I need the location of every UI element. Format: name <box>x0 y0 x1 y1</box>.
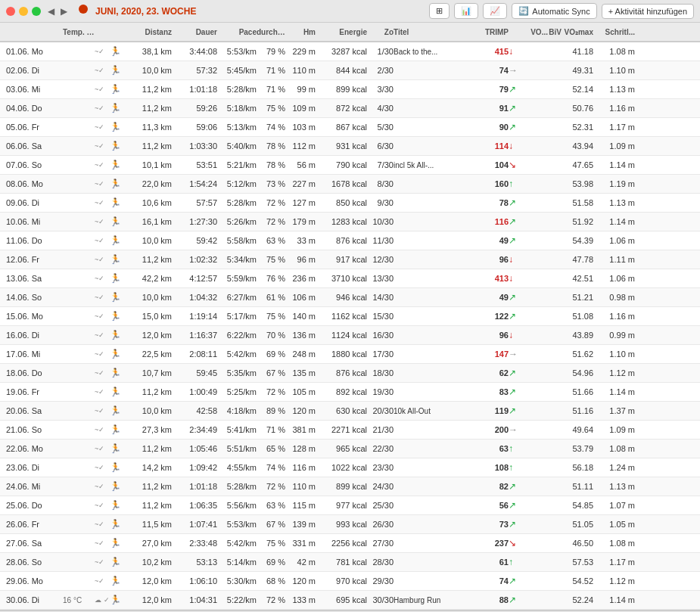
table-row[interactable]: 03.06. Mi ~✓ 🏃 11,2 km 1:01:18 5:28/km 7… <box>0 80 700 99</box>
col-titel[interactable]: Titel <box>394 28 477 36</box>
table-row[interactable]: 14.06. So ~✓ 🏃 10,0 km 1:04:32 6:27/km 6… <box>0 288 700 307</box>
table-row[interactable]: 24.06. Mi ~✓ 🏃 11,2 km 1:01:18 5:28/km 7… <box>0 477 700 496</box>
cell-durch: 67 % <box>257 520 285 529</box>
table-row[interactable]: 15.06. Mo ~✓ 🏃 15,0 km 1:19:14 5:17/km 7… <box>0 307 700 326</box>
maximize-button[interactable] <box>32 7 41 16</box>
cell-pace: 5:21/km <box>217 160 257 169</box>
col-pace[interactable]: Pace <box>217 28 257 36</box>
col-trimp[interactable]: TRIMP <box>477 28 509 36</box>
table-row[interactable]: 18.06. Do ~✓ 🏃 10,7 km 59:45 5:35/km 67 … <box>0 364 700 383</box>
table-row[interactable]: 16.06. Di ~✓ 🏃 12,0 km 1:16:37 6:22/km 7… <box>0 326 700 345</box>
cell-dauer: 1:03:30 <box>172 141 217 151</box>
table-row[interactable]: 27.06. Sa ~✓ 🏃 27,0 km 2:33:48 5:42/km 7… <box>0 534 700 553</box>
col-biv[interactable]: BiV <box>548 28 562 36</box>
table-row[interactable]: 28.06. So ~✓ 🏃 10,2 km 53:13 5:14/km 69 … <box>0 553 700 572</box>
cell-schritt: 1.16 m <box>593 312 635 321</box>
table-row[interactable]: 20.06. Sa ~✓ 🏃 10,0 km 42:58 4:18/km 89 … <box>0 402 700 421</box>
cell-zo: 18/30 <box>367 368 394 377</box>
cell-trimp: 122 <box>477 312 509 321</box>
minimize-button[interactable] <box>19 7 28 16</box>
window-controls[interactable] <box>6 7 41 16</box>
cell-schritt: 1.14 m <box>593 595 635 604</box>
cell-energie: 3710 kcal <box>316 274 367 283</box>
table-row[interactable]: 06.06. Sa ~✓ 🏃 11,2 km 1:03:30 5:40/km 7… <box>0 137 700 156</box>
cell-pace: 5:56/km <box>217 501 257 510</box>
table-row[interactable]: 26.06. Fr ~✓ 🏃 11,5 km 1:07:41 5:53/km 6… <box>0 515 700 534</box>
table-row[interactable]: 29.06. Mo ~✓ 🏃 12,0 km 1:06:10 5:30/km 6… <box>0 572 700 591</box>
table-row[interactable]: 04.06. Do ~✓ 🏃 11,2 km 59:26 5:18/km 75 … <box>0 99 700 118</box>
col-vo2max[interactable]: VO₂max <box>562 28 593 36</box>
cell-vo2max: 43.89 <box>562 331 593 340</box>
view-toggle-1[interactable]: ⊞ <box>429 3 450 19</box>
cell-durch: 71 % <box>257 85 285 94</box>
cell-type: ~✓ <box>95 520 110 528</box>
cell-dauer: 1:04:31 <box>172 595 217 604</box>
col-schritt[interactable]: Schritl... <box>593 28 635 36</box>
cell-trimp: 83 <box>477 387 509 396</box>
table-row[interactable]: 07.06. So ~✓ 🏃 10,1 km 53:51 5:21/km 78 … <box>0 156 700 175</box>
cell-sport: 🏃 <box>110 405 126 416</box>
table-row[interactable]: 23.06. Di ~✓ 🏃 14,2 km 1:09:42 4:55/km 7… <box>0 458 700 477</box>
cell-zo: 10/30 <box>367 217 394 226</box>
col-hm[interactable]: Hm <box>285 28 316 36</box>
col-vo[interactable]: VO... <box>519 28 548 36</box>
cell-energie: 1022 kcal <box>316 463 367 472</box>
cell-arrow: ↗ <box>509 216 519 227</box>
view-toggle-2[interactable]: 📊 <box>454 3 478 19</box>
table-row[interactable]: 10.06. Mi ~✓ 🏃 16,1 km 1:27:30 5:26/km 7… <box>0 213 700 231</box>
col-dauer[interactable]: Dauer <box>172 28 217 36</box>
close-button[interactable] <box>6 7 15 16</box>
cell-schritt: 1.16 m <box>593 104 635 113</box>
cell-durch: 71 % <box>257 66 285 75</box>
cell-arrow: ↗ <box>509 235 519 246</box>
col-dist[interactable]: Distanz <box>126 28 172 36</box>
cell-dist: 11,2 km <box>126 444 172 453</box>
table-row[interactable]: 19.06. Fr ~✓ 🏃 11,2 km 1:00:49 5:25/km 7… <box>0 383 700 402</box>
view-toggle-3[interactable]: 📈 <box>483 3 507 19</box>
cell-vo2max: 41.18 <box>562 47 593 56</box>
cell-schritt: 1.08 m <box>593 47 635 56</box>
navigation-arrows[interactable]: ◀ ▶ <box>45 5 88 18</box>
table-row[interactable]: 11.06. Do ~✓ 🏃 10,0 km 59:42 5:58/km 63 … <box>0 231 700 250</box>
table-row[interactable]: 25.06. Do ~✓ 🏃 11,2 km 1:06:35 5:56/km 6… <box>0 496 700 515</box>
forward-arrow[interactable]: ▶ <box>58 5 70 18</box>
table-row[interactable]: 21.06. So ~✓ 🏃 27,3 km 2:34:49 5:41/km 7… <box>0 421 700 440</box>
cell-energie: 946 kcal <box>316 293 367 302</box>
cell-vo2max: 54.96 <box>562 368 593 377</box>
status-dot <box>79 5 88 14</box>
table-row[interactable]: 17.06. Mi ~✓ 🏃 22,5 km 2:08:11 5:42/km 6… <box>0 345 700 364</box>
cell-zo: 17/30 <box>367 349 394 359</box>
table-row[interactable]: 01.06. Mo ~✓ 🏃 38,1 km 3:44:08 5:53/km 7… <box>0 42 700 61</box>
cell-energie: 876 kcal <box>316 368 367 377</box>
col-energie[interactable]: Energie <box>316 28 367 36</box>
table-row[interactable]: 13.06. Sa ~✓ 🏃 42,2 km 4:12:57 5:59/km 7… <box>0 269 700 288</box>
col-durch[interactable]: durchs... <box>257 28 285 36</box>
add-activity-button[interactable]: + Aktivität hinzufügen <box>602 4 694 19</box>
cell-schritt: 1.17 m <box>593 558 635 567</box>
chart-icon: 📊 <box>461 6 471 16</box>
table-row[interactable]: 22.06. Mo ~✓ 🏃 11,2 km 1:05:46 5:51/km 6… <box>0 440 700 458</box>
cell-hm: 229 m <box>285 47 316 56</box>
cell-pace: 5:51/km <box>217 444 257 453</box>
sync-button[interactable]: 🔄 Automatic Sync <box>512 3 596 19</box>
table-row[interactable]: 12.06. Fr ~✓ 🏃 11,2 km 1:02:32 5:34/km 7… <box>0 250 700 269</box>
cell-durch: 63 % <box>257 236 285 245</box>
cell-dist: 14,2 km <box>126 463 172 472</box>
cell-vo2max: 52.14 <box>562 85 593 94</box>
cell-energie: 1880 kcal <box>316 349 367 359</box>
cell-durch: 68 % <box>257 576 285 586</box>
table-row[interactable]: 02.06. Di ~✓ 🏃 10,0 km 57:32 5:45/km 71 … <box>0 61 700 80</box>
table-row[interactable]: 05.06. Fr ~✓ 🏃 11,3 km 59:06 5:13/km 74 … <box>0 118 700 137</box>
cell-dauer: 3:44:08 <box>172 47 217 56</box>
cell-energie: 844 kcal <box>316 66 367 75</box>
cell-sport: 🏃 <box>110 349 126 359</box>
col-zo[interactable]: Zo <box>367 28 394 36</box>
table-row[interactable]: 08.06. Mo ~✓ 🏃 22,0 km 1:54:24 5:12/km 7… <box>0 175 700 194</box>
cell-pace: 5:34/km <box>217 255 257 264</box>
cell-type: ~✓ <box>95 445 110 452</box>
cell-hm: 127 m <box>285 198 316 207</box>
table-row[interactable]: 30.06. Di 16 °C ☁ ✓ 🏃 12,0 km 1:04:31 5:… <box>0 591 700 610</box>
cell-arrow: ↗ <box>509 311 519 322</box>
table-row[interactable]: 09.06. Di ~✓ 🏃 10,6 km 57:57 5:28/km 72 … <box>0 194 700 213</box>
back-arrow[interactable]: ◀ <box>45 5 57 18</box>
